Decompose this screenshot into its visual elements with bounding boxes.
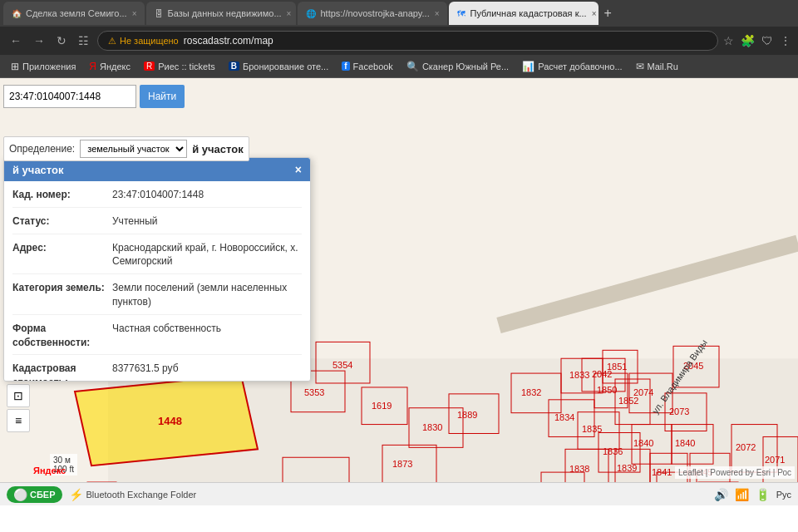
security-label: Не защищено	[120, 36, 179, 46]
info-panel-header: й участок ×	[4, 158, 310, 181]
forward-button[interactable]: →	[30, 32, 48, 49]
info-row-ownership: Форма собственности: Частная собственнос…	[12, 322, 302, 356]
cadastral-search-input[interactable]	[3, 85, 136, 108]
info-row-status: Статус: Учтенный	[12, 214, 302, 234]
svg-text:2042: 2042	[592, 369, 612, 379]
bookmark-scanner[interactable]: 🔍 Сканер Южный Ре...	[401, 57, 515, 76]
bookmark-apps[interactable]: ⊞ Приложения	[5, 57, 81, 76]
bookmark-facebook[interactable]: f Facebook	[336, 57, 399, 76]
value-cadastral-num: 23:47:0104007:1448	[112, 188, 302, 202]
address-url: roscadastr.com/map	[184, 35, 273, 47]
value-cadastral-value: 8377631.5 руб	[112, 362, 302, 381]
sber-label: СБЕР	[30, 490, 56, 500]
bookmark-ries[interactable]: R Риес :: tickets	[138, 57, 221, 76]
legend-button[interactable]: ≡	[7, 409, 30, 432]
shield-icon[interactable]: 🛡	[761, 34, 773, 47]
label-cadastral-value: Кадастровая стоимость:	[12, 362, 112, 381]
yandex-icon: Я	[89, 61, 96, 72]
svg-text:1834: 1834	[554, 412, 574, 422]
svg-text:1839: 1839	[617, 463, 637, 473]
notification-text: Bluetooth Exchange Folder	[86, 490, 197, 500]
facebook-icon: f	[342, 62, 349, 71]
value-status: Учтенный	[112, 214, 302, 229]
back-button[interactable]: ←	[7, 32, 25, 49]
tab-2-close[interactable]: ×	[287, 9, 292, 18]
tab-1-title: Сделка земля Семиго...	[26, 8, 127, 18]
new-tab-button[interactable]: +	[603, 6, 611, 21]
svg-text:1850: 1850	[597, 385, 617, 395]
sber-logo[interactable]: ⚪ СБЕР	[7, 486, 62, 503]
sber-circle-icon: ⚪	[13, 488, 27, 501]
bookmark-yandex-label: Яндекс	[100, 62, 131, 71]
tab-3[interactable]: 🌐 https://novostrojka-anapy... ×	[298, 2, 447, 25]
calc-icon: 📊	[522, 61, 534, 72]
tab-4-close[interactable]: ×	[592, 9, 597, 18]
layers-button[interactable]: ⊡	[7, 384, 30, 407]
info-panel-close[interactable]: ×	[295, 163, 302, 176]
address-input[interactable]: ⚠ Не защищено roscadastr.com/map	[97, 31, 718, 51]
mail-icon: ✉	[636, 61, 644, 72]
extension-icon[interactable]: 🧩	[741, 34, 755, 47]
info-panel: й участок × Кад. номер: 23:47:0104007:14…	[3, 157, 311, 382]
info-row-address: Адрес: Краснодарский край, г. Новороссий…	[12, 241, 302, 275]
svg-text:1448: 1448	[158, 415, 182, 427]
main-map-area[interactable]: 1448 5354 5353 1619 1830 1889 1873 1832 …	[0, 78, 798, 482]
label-ownership: Форма собственности:	[12, 322, 112, 350]
tab-4[interactable]: 🗺 Публичная кадастровая к... ×	[449, 2, 598, 25]
search-button[interactable]: Найти	[140, 85, 185, 108]
svg-text:2072: 2072	[736, 442, 756, 452]
definition-label: Определение:	[9, 143, 75, 155]
bookmark-yandex[interactable]: Я Яндекс	[83, 57, 136, 76]
bookmarks-bar: ⊞ Приложения Я Яндекс R Риес :: tickets …	[0, 55, 798, 78]
tab-2-title: Базы данных недвижимо...	[167, 8, 281, 18]
bookmark-booking[interactable]: B Бронирование оте...	[223, 57, 334, 76]
svg-text:1832: 1832	[521, 387, 541, 397]
map-controls: ⊡ ≡	[7, 384, 30, 432]
label-category: Категория земель:	[12, 281, 112, 309]
tab-4-favicon: 🗺	[457, 9, 466, 18]
tab-2-favicon: 🗄	[155, 9, 163, 18]
taskbar-icon-3[interactable]: 🔋	[756, 488, 770, 501]
definition-suffix: й участок	[192, 143, 243, 155]
tab-1-close[interactable]: ×	[132, 9, 137, 18]
definition-select[interactable]: земельный участок здание сооружение поме…	[80, 140, 187, 158]
info-panel-body[interactable]: Кад. номер: 23:47:0104007:1448 Статус: У…	[4, 181, 310, 381]
attribution: Leaflet | Powered by Esri | Рос	[675, 466, 795, 479]
bookmark-booking-label: Бронирование оте...	[243, 62, 328, 71]
svg-text:1840: 1840	[675, 438, 695, 448]
value-category: Земли поселений (земли населенных пункто…	[112, 281, 302, 309]
apps-icon: ⊞	[11, 61, 19, 72]
ries-icon: R	[144, 62, 155, 71]
browser-chrome: 🏠 Сделка земля Семиго... × 🗄 Базы данных…	[0, 0, 798, 78]
booking-icon: B	[229, 62, 239, 71]
tab-3-close[interactable]: ×	[435, 9, 440, 18]
reload-button[interactable]: ↻	[53, 32, 70, 49]
bookmark-mail[interactable]: ✉ Mail.Ru	[630, 57, 684, 76]
tab-1[interactable]: 🏠 Сделка земля Семиго... ×	[3, 2, 145, 25]
value-address: Краснодарский край, г. Новороссийск, х. …	[112, 241, 302, 269]
label-status: Статус:	[12, 214, 112, 229]
yandex-bottom-logo: Яндекс	[33, 466, 66, 475]
menu-dots-icon[interactable]: ⋮	[780, 34, 791, 47]
bookmark-star-icon[interactable]: ☆	[723, 34, 734, 47]
svg-text:1453: 1453	[299, 480, 319, 482]
yandex-label: Яндекс	[33, 466, 66, 475]
info-row-category: Категория земель: Земли поселений (земли…	[12, 281, 302, 315]
home-button[interactable]: ☷	[75, 32, 92, 49]
taskbar-icon-1[interactable]: 🔊	[714, 488, 728, 501]
svg-text:5353: 5353	[304, 387, 324, 397]
svg-text:1836: 1836	[603, 446, 623, 456]
svg-text:1833: 1833	[569, 370, 589, 380]
tab-1-favicon: 🏠	[12, 9, 22, 18]
info-row-cadastral-value: Кадастровая стоимость: 8377631.5 руб	[12, 362, 302, 381]
value-ownership: Частная собственность	[112, 322, 302, 350]
label-cadastral-num: Кад. номер:	[12, 188, 112, 202]
search-overlay: Найти	[3, 85, 185, 108]
svg-text:1830: 1830	[422, 422, 442, 432]
tab-2[interactable]: 🗄 Базы данных недвижимо... ×	[146, 2, 296, 25]
addr-icons: ☆ 🧩 🛡 ⋮	[723, 34, 791, 47]
attribution-text: Leaflet | Powered by Esri | Рос	[678, 468, 791, 477]
taskbar-icon-2[interactable]: 📶	[735, 488, 749, 501]
bookmark-calc[interactable]: 📊 Расчет добавочно...	[516, 57, 628, 76]
svg-text:1840: 1840	[633, 438, 653, 448]
